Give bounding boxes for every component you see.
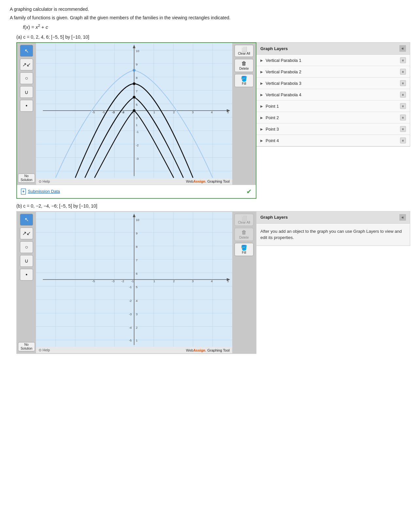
svg-text:-2: -2: [121, 279, 124, 283]
layer-options-4[interactable]: ≡: [400, 103, 406, 109]
layer-options-6[interactable]: ≡: [400, 126, 406, 132]
layer-label-2: Vertical Parabola 3: [266, 81, 301, 86]
layers-title-a: Graph Layers: [260, 46, 288, 51]
fill-btn-a[interactable]: 🪣 Fill: [235, 74, 254, 87]
graph-footer-b: ⊙ Help WebAssign. Graphing Tool: [36, 347, 232, 353]
svg-text:2: 2: [173, 110, 175, 114]
svg-text:10: 10: [136, 49, 139, 53]
brand-suffix-b: . Graphing Tool: [205, 348, 230, 352]
svg-point-46: [133, 109, 135, 112]
layer-label-0: Vertical Parabola 1: [266, 58, 301, 63]
layer-label-7: Point 4: [266, 138, 279, 143]
svg-text:-5: -5: [92, 279, 95, 283]
no-solution-b[interactable]: NoSolution: [18, 342, 35, 351]
circle-tool-b[interactable]: ○: [20, 241, 33, 253]
clear-all-btn-b[interactable]: ⬜ Clear All: [235, 214, 254, 226]
dot-tool-b[interactable]: •: [20, 269, 33, 281]
svg-text:8: 8: [136, 76, 137, 80]
layer-arrow-6: ▶: [260, 127, 263, 131]
graph-layers-panel-b: Graph Layers « After you add an object t…: [256, 211, 410, 246]
layer-item-2[interactable]: ▶ Vertical Parabola 3 ≡: [256, 78, 410, 89]
layer-options-5[interactable]: ≡: [400, 115, 406, 120]
layer-arrow-2: ▶: [260, 82, 263, 85]
layer-options-2[interactable]: ≡: [400, 80, 406, 86]
svg-text:-1: -1: [136, 130, 138, 134]
layer-item-5[interactable]: ▶ Point 2 ≡: [256, 112, 410, 123]
svg-text:2: 2: [136, 326, 137, 329]
layer-item-7[interactable]: ▶ Point 4 ≡: [256, 135, 410, 146]
layers-title-b: Graph Layers: [260, 215, 288, 220]
submission-link-a[interactable]: Submission Data: [28, 189, 60, 194]
arrow-tool-a[interactable]: ↖: [20, 45, 33, 57]
layers-collapse-btn-b[interactable]: «: [399, 214, 406, 221]
svg-text:5: 5: [227, 279, 229, 283]
layer-item-3[interactable]: ▶ Vertical Parabola 4 ≡: [256, 89, 410, 101]
layer-options-3[interactable]: ≡: [400, 92, 406, 98]
layer-options-0[interactable]: ≡: [400, 57, 406, 63]
svg-point-47: [133, 96, 135, 98]
layer-arrow-3: ▶: [260, 93, 263, 97]
help-link-b[interactable]: ⊙ Help: [39, 348, 50, 352]
brand-assign-b: Assign: [193, 348, 205, 352]
svg-text:-2: -2: [121, 110, 124, 114]
svg-text:3: 3: [192, 279, 194, 283]
layer-label-3: Vertical Parabola 4: [266, 92, 301, 97]
graph-layers-panel-a: Graph Layers « ▶ Vertical Parabola 1 ≡ ▶…: [256, 42, 410, 147]
clear-all-btn-a[interactable]: ⬜ Clear All: [235, 45, 254, 57]
graph-area-a: -5 -4 -3 -5 -3 -2 -1 1 2 3 4 5 10: [36, 43, 232, 185]
brand-a: WebAssign. Graphing Tool: [186, 179, 230, 183]
layer-arrow-1: ▶: [260, 70, 263, 74]
svg-text:8: 8: [136, 245, 137, 248]
fill-btn-b[interactable]: 🪣 Fill: [235, 243, 254, 256]
layer-options-1[interactable]: ≡: [400, 69, 406, 75]
circle-tool-a[interactable]: ○: [20, 72, 33, 84]
svg-text:7: 7: [136, 89, 137, 93]
layer-label-5: Point 2: [266, 115, 279, 120]
layer-label-1: Vertical Parabola 2: [266, 69, 301, 74]
svg-text:4: 4: [211, 279, 213, 283]
intro-line2: A family of functions is given. Graph al…: [10, 15, 410, 20]
brand-web-b: Web: [186, 348, 193, 352]
checkmark-a: ✔: [246, 188, 252, 195]
delete-btn-b[interactable]: 🗑 Delete: [235, 228, 254, 241]
svg-text:4: 4: [211, 110, 213, 114]
svg-text:5: 5: [136, 285, 137, 289]
svg-text:1: 1: [136, 339, 137, 342]
curve-tool-b[interactable]: ∪: [20, 255, 33, 267]
graph-toolbar-a: ↖ ↗↙ ○ ∪ • NoSolution: [17, 43, 36, 185]
svg-text:5: 5: [227, 110, 229, 114]
dot-tool-a[interactable]: •: [20, 100, 33, 112]
layers-empty-msg-b: After you add an object to the graph you…: [256, 224, 410, 246]
layers-collapse-btn-a[interactable]: «: [399, 45, 406, 52]
brand-web-a: Web: [186, 179, 193, 183]
brand-suffix-a: . Graphing Tool: [205, 179, 230, 183]
help-link-a[interactable]: ⊙ Help: [39, 179, 50, 184]
svg-text:-3: -3: [112, 110, 114, 114]
svg-text:-5: -5: [102, 110, 105, 114]
function-formula: f(x) = x2 + c: [23, 24, 410, 30]
arrow-tool-b[interactable]: ↖: [20, 214, 33, 226]
delete-btn-a[interactable]: 🗑 Delete: [235, 59, 254, 72]
svg-text:1: 1: [153, 110, 155, 114]
layer-item-6[interactable]: ▶ Point 3 ≡: [256, 123, 410, 135]
graph-svg-a: -5 -4 -3 -5 -3 -2 -1 1 2 3 4 5 10: [36, 43, 232, 178]
layer-item-0[interactable]: ▶ Vertical Parabola 1 ≡: [256, 55, 410, 66]
layer-arrow-7: ▶: [260, 139, 263, 142]
svg-point-48: [133, 82, 135, 85]
layers-header-b: Graph Layers «: [256, 211, 410, 224]
graph-footer-a: ⊙ Help WebAssign. Graphing Tool: [36, 178, 232, 185]
graph-canvas-a[interactable]: -5 -4 -3 -5 -3 -2 -1 1 2 3 4 5 10: [36, 43, 232, 178]
layer-item-4[interactable]: ▶ Point 1 ≡: [256, 101, 410, 112]
layer-options-7[interactable]: ≡: [400, 138, 406, 143]
no-solution-a[interactable]: NoSolution: [18, 174, 35, 183]
graph-toolbar-b: ↖ ↗↙ ○ ∪ • NoSolution: [17, 212, 36, 354]
submission-icon-a: +: [21, 189, 26, 194]
layer-item-1[interactable]: ▶ Vertical Parabola 2 ≡: [256, 66, 410, 78]
curve-tool-a[interactable]: ∪: [20, 86, 33, 98]
resize-tool-a[interactable]: ↗↙: [20, 59, 33, 70]
svg-text:-4: -4: [129, 326, 131, 329]
layer-arrow-5: ▶: [260, 116, 263, 119]
graph-canvas-b[interactable]: 10 9 8 7 6 5 4 3 2 1 -1 -2 -3 -: [36, 212, 232, 347]
part-b-label: (b) c = 0, −2, −4, −6; [−5, 5] by [−10, …: [16, 203, 410, 209]
resize-tool-b[interactable]: ↗↙: [20, 228, 33, 239]
